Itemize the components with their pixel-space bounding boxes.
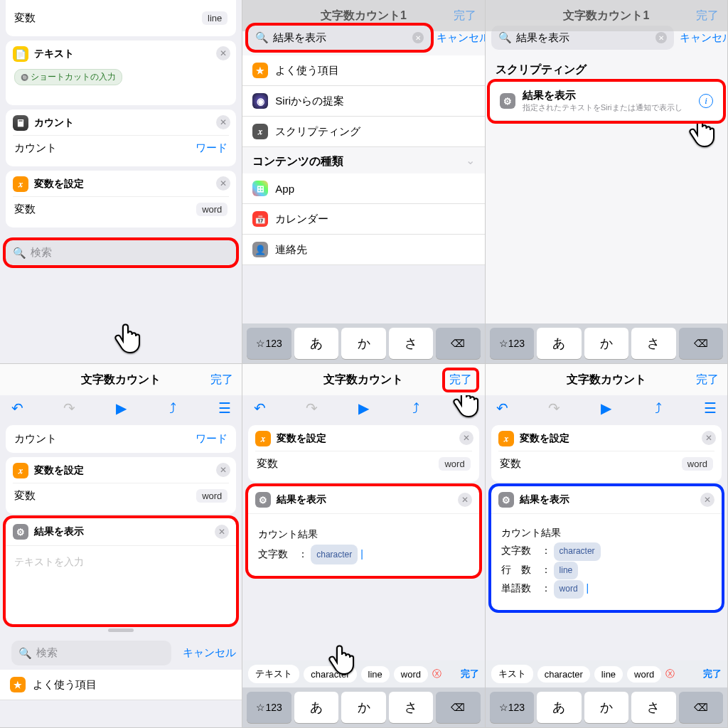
var-line[interactable]: line xyxy=(554,562,579,580)
key-ka[interactable]: か xyxy=(584,692,628,723)
chip-word[interactable]: word xyxy=(394,666,428,682)
search-bar[interactable]: 🔍検索 xyxy=(11,641,171,665)
share-icon[interactable]: ⤴ xyxy=(163,400,183,417)
var-character[interactable]: character xyxy=(554,542,601,561)
info-icon[interactable]: i xyxy=(699,94,713,108)
share-icon[interactable]: ⤴ xyxy=(406,400,426,417)
action-set-var[interactable]: 𝑥 変数を設定 ✕ 変数 word xyxy=(491,425,722,482)
search-bar[interactable]: 🔍 ✕ xyxy=(248,26,431,50)
drag-handle[interactable] xyxy=(108,628,134,632)
undo-icon[interactable]: ↶ xyxy=(7,400,27,417)
action-count[interactable]: 🖩 カウント ✕ カウント ワード xyxy=(6,109,236,166)
key-a[interactable]: あ xyxy=(537,692,581,723)
toggles-icon[interactable]: ☰ xyxy=(215,400,235,417)
cancel-button[interactable]: キャンセル xyxy=(431,31,485,45)
search-input[interactable] xyxy=(273,32,408,44)
key-num[interactable]: ☆123 xyxy=(247,328,291,359)
key-num[interactable]: ☆123 xyxy=(247,692,291,723)
key-sa[interactable]: さ xyxy=(631,692,675,723)
keyboard[interactable]: キスト character line word ⓧ 完了 ☆123 あ か さ … xyxy=(486,660,727,727)
key-num[interactable]: ☆123 xyxy=(490,692,534,723)
keyboard[interactable]: ☆123 あ か さ ⌫ xyxy=(242,323,484,363)
cancel-button[interactable]: キャンセル xyxy=(177,646,236,660)
keyboard[interactable]: ☆123 あ か さ ⌫ xyxy=(486,323,727,363)
chip-character[interactable]: character xyxy=(304,666,356,682)
undo-icon[interactable]: ↶ xyxy=(250,400,269,417)
key-ka[interactable]: か xyxy=(341,692,385,723)
action-text[interactable]: 📄 テキスト ✕ 🔘 ショートカットの入力 xyxy=(6,41,236,105)
chevron-down-icon[interactable]: ⌄ xyxy=(466,154,475,167)
chip-line[interactable]: line xyxy=(594,666,623,682)
result-text[interactable]: カウント結果 文字数 ： character | xyxy=(255,518,471,570)
var-character[interactable]: character xyxy=(311,545,358,564)
done-button[interactable]: 完了 xyxy=(445,370,476,390)
key-sa[interactable]: さ xyxy=(631,328,675,359)
key-num[interactable]: ☆123 xyxy=(490,328,534,359)
close-icon[interactable]: ✕ xyxy=(215,525,229,539)
var-badge[interactable]: ⓧ xyxy=(665,668,675,680)
row-show-result[interactable]: ⚙ 結果を表示 指定されたテキストをSiriまたは通知で表示し i xyxy=(490,82,723,121)
row-contacts[interactable]: 👤連絡先 xyxy=(242,235,484,265)
toggles-icon[interactable]: ☰ xyxy=(458,400,478,417)
var-value[interactable]: line xyxy=(202,11,228,25)
key-a[interactable]: あ xyxy=(294,328,338,359)
row-scripting[interactable]: 𝑥スクリプティング xyxy=(242,117,484,147)
row-calendar[interactable]: 📅カレンダー xyxy=(242,204,484,235)
result-text[interactable]: カウント結果 文字数 ： character 行 数 ： line 単語数 ： … xyxy=(498,518,714,604)
var-value2[interactable]: word xyxy=(196,203,228,216)
chip-kst[interactable]: キスト xyxy=(491,665,533,683)
app-icon: ⊞ xyxy=(252,181,268,196)
key-a[interactable]: あ xyxy=(537,328,581,359)
key-backspace[interactable]: ⌫ xyxy=(436,328,480,359)
key-sa[interactable]: さ xyxy=(389,328,433,359)
cancel-button[interactable]: キャンセル xyxy=(674,31,728,45)
close-icon[interactable]: ✕ xyxy=(700,493,714,507)
var-word[interactable]: word xyxy=(554,580,584,599)
key-ka[interactable]: か xyxy=(584,328,628,359)
toggles-icon[interactable]: ☰ xyxy=(700,400,720,417)
chip-line[interactable]: line xyxy=(361,666,390,682)
row-siri[interactable]: ◉Siriからの提案 xyxy=(242,86,484,117)
row-app[interactable]: ⊞App xyxy=(242,173,484,204)
row-favorites[interactable]: ★よく使う項目 xyxy=(0,670,242,700)
key-sa[interactable]: さ xyxy=(389,692,433,723)
search-bar[interactable]: 🔍 検索 xyxy=(6,240,236,265)
kb-done[interactable]: 完了 xyxy=(461,668,479,680)
play-icon[interactable]: ▶ xyxy=(596,400,616,417)
clear-icon[interactable]: ✕ xyxy=(655,32,667,43)
count-mode[interactable]: ワード xyxy=(196,141,228,155)
chip-word[interactable]: word xyxy=(627,666,661,682)
action-set-var[interactable]: 𝑥 変数を設定 ✕ 変数 word xyxy=(248,425,478,482)
key-ka[interactable]: か xyxy=(341,328,385,359)
key-backspace[interactable]: ⌫ xyxy=(679,692,723,723)
close-icon[interactable]: ✕ xyxy=(459,431,473,445)
var-badge[interactable]: ⓧ xyxy=(432,668,441,680)
undo-icon[interactable]: ↶ xyxy=(493,400,513,417)
play-icon[interactable]: ▶ xyxy=(353,400,373,417)
count-mode[interactable]: ワード xyxy=(196,432,228,446)
play-icon[interactable]: ▶ xyxy=(111,400,131,417)
shortcut-input-pill[interactable]: 🔘 ショートカットの入力 xyxy=(14,69,122,85)
key-backspace[interactable]: ⌫ xyxy=(436,692,480,723)
share-icon[interactable]: ⤴ xyxy=(648,400,668,417)
chip-text[interactable]: テキスト xyxy=(248,665,299,683)
action-set-var[interactable]: 𝑥 変数を設定 ✕ 変数 word xyxy=(6,457,236,514)
chip-character[interactable]: character xyxy=(537,666,590,682)
close-icon[interactable]: ✕ xyxy=(702,431,716,445)
kb-done[interactable]: 完了 xyxy=(703,668,722,680)
done-button[interactable]: 完了 xyxy=(210,373,233,387)
search-input[interactable] xyxy=(516,32,651,44)
close-icon[interactable]: ✕ xyxy=(458,493,472,507)
row-favorites[interactable]: ★よく使う項目 xyxy=(242,55,484,86)
done-button[interactable]: 完了 xyxy=(696,373,719,387)
keyboard[interactable]: テキスト character line word ⓧ 完了 ☆123 あ か さ… xyxy=(242,660,484,727)
action-set-var[interactable]: 𝑥 変数を設定 ✕ 変数 word xyxy=(6,171,236,228)
action-show-result[interactable]: ⚙ 結果を表示 ✕ カウント結果 文字数 ： character 行 数 ： l… xyxy=(491,486,722,610)
text-input-placeholder[interactable]: テキストを入力 xyxy=(13,550,229,574)
key-backspace[interactable]: ⌫ xyxy=(679,328,723,359)
action-show-result[interactable]: ⚙ 結果を表示 ✕ カウント結果 文字数 ： character | xyxy=(248,486,478,576)
variable-icon: 𝑥 xyxy=(255,431,271,446)
clear-icon[interactable]: ✕ xyxy=(412,32,424,43)
action-show-result[interactable]: ⚙ 結果を表示 ✕ テキストを入力 xyxy=(6,518,236,624)
key-a[interactable]: あ xyxy=(294,692,338,723)
